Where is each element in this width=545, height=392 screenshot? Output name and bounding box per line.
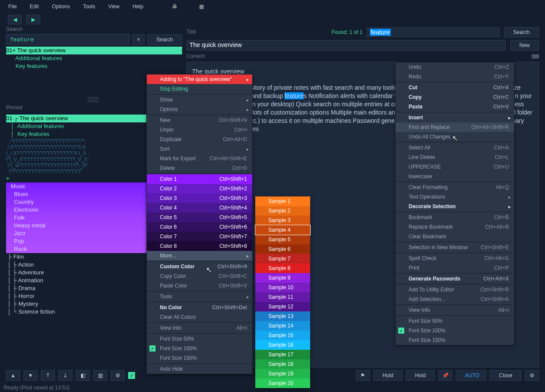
menu-item[interactable]: Sort bbox=[147, 144, 252, 154]
keyboard-icon[interactable]: ⌨ bbox=[531, 54, 539, 60]
menu-edit[interactable]: Edit bbox=[24, 2, 45, 11]
bottom-check[interactable]: ✓ bbox=[128, 372, 135, 379]
sample-item[interactable]: Sample 15 bbox=[255, 331, 310, 340]
sample-item[interactable]: Sample 11 bbox=[255, 292, 310, 302]
move-up-button[interactable]: ▲ bbox=[6, 370, 20, 381]
menu-item[interactable]: Insert bbox=[396, 113, 514, 122]
menu-item[interactable]: Add Selection...Ctrl+Shift+A bbox=[396, 294, 514, 304]
sample-item[interactable]: Sample 20 bbox=[255, 378, 310, 388]
menu-view[interactable]: View bbox=[102, 2, 125, 11]
menu-item[interactable]: View InfoAlt+I bbox=[147, 323, 252, 333]
printer-icon[interactable]: 🖶 bbox=[172, 3, 177, 10]
sample-item[interactable]: Sample 17 bbox=[255, 350, 310, 359]
menu-item[interactable]: ✓Font Size 100% bbox=[396, 326, 514, 335]
menu-item[interactable]: Generate PasswordsCtrl+Alt+X bbox=[396, 274, 514, 284]
color-item[interactable]: Color 4Ctrl+Shift+4 bbox=[147, 203, 252, 213]
columns-icon[interactable]: ▥ bbox=[93, 370, 107, 381]
menu-options[interactable]: Options bbox=[46, 2, 76, 11]
menu-item[interactable]: Replace BookmarkCtrl+Alt+B bbox=[396, 222, 514, 232]
tree-item[interactable]: 01+ The quick overview bbox=[6, 47, 182, 54]
menu-tools[interactable]: Tools bbox=[77, 2, 101, 11]
sample-item[interactable]: Sample 3 bbox=[255, 216, 310, 225]
menu-item[interactable]: Spell CheckCtrl+Alt+G bbox=[396, 253, 514, 263]
hold1-button[interactable]: Hold bbox=[373, 370, 403, 381]
sample-item[interactable]: Sample 2 bbox=[255, 206, 310, 216]
sample-item[interactable]: Sample 18 bbox=[255, 359, 310, 369]
menu-item[interactable]: No ColorCtrl+Shift+Del bbox=[147, 303, 252, 312]
menu-item[interactable]: NewCtrl+Shift+N bbox=[147, 115, 252, 125]
menu-item[interactable]: RedoCtrl+Y bbox=[396, 72, 514, 81]
menu-item[interactable]: Line DeleteCtrl+L bbox=[396, 152, 514, 162]
hold2-button[interactable]: Hold bbox=[406, 370, 435, 381]
menu-item[interactable]: Font Size 50% bbox=[396, 316, 514, 326]
sample-item[interactable]: Sample 14 bbox=[255, 321, 310, 331]
bookmark-icon[interactable]: ◧ bbox=[76, 370, 90, 381]
clear-search-button[interactable]: × bbox=[132, 34, 145, 45]
menu-item[interactable]: Decorate Selection bbox=[396, 202, 514, 211]
sample-item[interactable]: Sample 6 bbox=[255, 244, 310, 254]
menu-item[interactable]: Find and ReplaceCtrl+Alt+Shift+R bbox=[396, 122, 514, 132]
sample-item[interactable]: Sample 12 bbox=[255, 302, 310, 311]
color-item[interactable]: Color 3Ctrl+Shift+3 bbox=[147, 193, 252, 203]
move-down-button[interactable]: ▼ bbox=[24, 370, 37, 381]
menu-item[interactable]: Adding to "The quick overview" bbox=[147, 74, 252, 84]
menu-item[interactable]: UPPERCASECtrl+U bbox=[396, 162, 514, 172]
color-item[interactable]: Color 7Ctrl+Shift+7 bbox=[147, 232, 252, 241]
menu-item[interactable]: Custom ColorCtrl+Shift+9 bbox=[147, 262, 252, 271]
menu-item[interactable]: View InfoAlt+I bbox=[396, 305, 514, 315]
menu-item[interactable]: Font Size 150% bbox=[147, 353, 252, 363]
menu-item[interactable]: Clear Bookmark bbox=[396, 232, 514, 241]
sample-item[interactable]: Sample 19 bbox=[255, 369, 310, 378]
title-input[interactable]: feature bbox=[367, 27, 500, 37]
sample-item[interactable]: Sample 16 bbox=[255, 340, 310, 350]
menu-item[interactable]: UnpinCtrl+I bbox=[147, 125, 252, 135]
menu-item[interactable]: More... bbox=[147, 251, 252, 260]
menu-item[interactable]: Copy ColorCtrl+Shift+C bbox=[147, 271, 252, 281]
pin-icon[interactable]: 📌 bbox=[438, 370, 452, 381]
color-item[interactable]: Color 5Ctrl+Shift+5 bbox=[147, 213, 252, 222]
resize-handle[interactable]: ▒▒▒ bbox=[88, 96, 101, 101]
menu-item[interactable]: lowercase bbox=[396, 172, 514, 181]
new-button[interactable]: New bbox=[510, 40, 539, 51]
menu-item[interactable]: Font Size 50% bbox=[147, 334, 252, 344]
sample-item[interactable]: Sample 5 bbox=[255, 235, 310, 244]
search-button[interactable]: Search bbox=[147, 34, 182, 45]
title-search-button[interactable]: Search bbox=[504, 27, 539, 37]
tree-item[interactable]: Key features bbox=[6, 62, 182, 70]
menu-item[interactable]: PasteCtrl+V bbox=[396, 102, 514, 112]
sample-item[interactable]: Sample 4 bbox=[255, 225, 310, 235]
color-item[interactable]: Color 6Ctrl+Shift+6 bbox=[147, 222, 252, 232]
gear2-icon[interactable]: ⚙ bbox=[525, 370, 539, 381]
menu-item[interactable]: Selection in New WindowCtrl+Shift+E bbox=[396, 243, 514, 252]
menu-item[interactable]: Mark for ExportCtrl+Alt+Shift+E bbox=[147, 154, 252, 163]
color-item[interactable]: Color 1Ctrl+Shift+1 bbox=[147, 174, 252, 184]
menu-item[interactable]: CutCtrl+X bbox=[396, 83, 514, 92]
nav-forward-button[interactable]: ▶ bbox=[26, 15, 40, 24]
move-top-button[interactable]: ⤒ bbox=[41, 370, 55, 381]
flag-icon[interactable]: ⚑ bbox=[356, 370, 370, 381]
menu-item[interactable]: Tools bbox=[147, 292, 252, 301]
calendar-icon[interactable]: ▦ bbox=[199, 3, 204, 10]
search-input[interactable] bbox=[6, 34, 130, 45]
menu-item[interactable]: Undo All Changes bbox=[396, 132, 514, 142]
sample-item[interactable]: Sample 10 bbox=[255, 283, 310, 292]
menu-item[interactable]: DuplicateCtrl+Alt+D bbox=[147, 135, 252, 144]
sample-item[interactable]: Sample 1 bbox=[255, 196, 310, 206]
sample-item[interactable]: Sample 8 bbox=[255, 264, 310, 273]
auto-button[interactable]: AUTO bbox=[456, 370, 486, 381]
menu-item[interactable]: Clear All Colors bbox=[147, 312, 252, 322]
menu-help[interactable]: Help bbox=[126, 2, 149, 11]
menu-item[interactable]: Add To Utility EditorCtrl+Shift+R bbox=[396, 285, 514, 294]
menu-item[interactable]: Options bbox=[147, 105, 252, 114]
color-item[interactable]: Color 8Ctrl+Shift+8 bbox=[147, 241, 252, 251]
settings-icon[interactable]: ⚙ bbox=[111, 370, 125, 381]
menu-item[interactable]: Stop Editing bbox=[147, 84, 252, 94]
menu-item[interactable]: Select AllCtrl+A bbox=[396, 143, 514, 152]
menu-item[interactable]: DeleteCtrl+D bbox=[147, 163, 252, 173]
menu-item[interactable]: Auto Hide bbox=[147, 364, 252, 374]
menu-item[interactable]: Paste ColorCtrl+Shift+V bbox=[147, 281, 252, 291]
sample-item[interactable]: Sample 13 bbox=[255, 311, 310, 321]
close-button[interactable]: Close bbox=[490, 370, 521, 381]
menu-item[interactable]: CopyCtrl+C bbox=[396, 92, 514, 102]
sample-item[interactable]: Sample 9 bbox=[255, 273, 310, 283]
